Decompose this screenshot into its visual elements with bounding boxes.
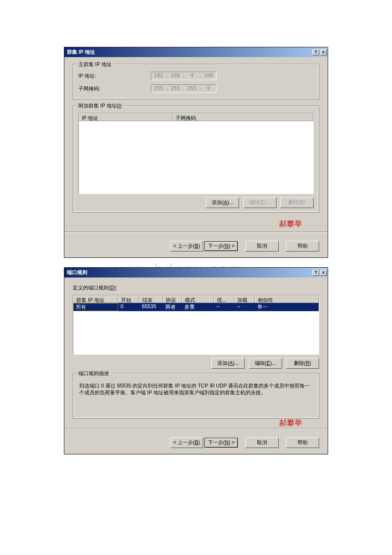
signature: 郝攀举 (73, 219, 319, 229)
delete-button[interactable]: 删除(R) (286, 358, 319, 369)
next-button[interactable]: 下一步(N) > (205, 241, 238, 251)
table-row[interactable]: 所有 0 65535 两者 多重 -- -- 单一 (73, 303, 319, 311)
dialog-title: 群集 IP 地址 (67, 49, 311, 56)
group-legend: 主群集 IP 地址 (77, 61, 113, 68)
close-icon[interactable]: × (320, 49, 327, 55)
col-mode[interactable]: 模式 (182, 295, 214, 303)
help-button[interactable]: 帮助 (286, 241, 319, 251)
col-mask[interactable]: 子网掩码 (173, 113, 313, 121)
next-button[interactable]: 下一步(N) > (205, 438, 238, 448)
add-button[interactable]: 添加(A)... (206, 197, 239, 208)
col-priority[interactable]: 优... (214, 295, 234, 303)
col-start[interactable]: 开始 (118, 295, 139, 303)
ip-label: IP 地址: (78, 72, 151, 80)
group-legend: 端口规则描述 (77, 370, 111, 377)
titlebar: 群集 IP 地址 ? × (64, 47, 328, 57)
delete-button[interactable]: 删除(R) (280, 197, 314, 208)
list-body[interactable]: 所有 0 65535 两者 多重 -- -- 单一 (73, 303, 319, 354)
subnet-mask-input: 255. 255. 255. 0 (151, 84, 216, 93)
col-end[interactable]: 结束 (139, 295, 163, 303)
cancel-button[interactable]: 取消 (245, 241, 279, 251)
main-cluster-ip-group: 主群集 IP 地址 IP 地址: 192. 168. 4. 100 子网掩码: … (73, 64, 319, 99)
col-affinity[interactable]: 相似性 (255, 295, 319, 303)
cluster-ip-dialog: 群集 IP 地址 ? × 主群集 IP 地址 IP 地址: 192. 168. … (64, 47, 328, 258)
additional-cluster-ip-group: 附加群集 IP 地址(I) IP 地址 子网掩码 添加(A)... 编辑(E).… (73, 105, 319, 213)
back-button[interactable]: < 上一步(B) (170, 437, 203, 448)
help-icon[interactable]: ? (312, 49, 319, 55)
mask-label: 子网掩码: (78, 85, 151, 92)
signature: 郝攀举 (73, 418, 319, 428)
ip-address-input: 192. 168. 4. 100 (151, 72, 216, 80)
edit-button[interactable]: 编辑(E)... (243, 197, 277, 208)
titlebar: 端口规则 ? × (64, 268, 328, 278)
description-text: 到达端口 0 通过 65535 的定向到任何群集 IP 地址的 TCP 和 UD… (78, 381, 314, 413)
help-icon[interactable]: ? (312, 270, 319, 276)
col-load[interactable]: 加载 (234, 295, 255, 303)
group-legend: 附加群集 IP 地址(I) (77, 102, 123, 110)
col-ip[interactable]: IP 地址 (79, 113, 173, 121)
dialog-title: 端口规则 (67, 269, 311, 276)
port-rules-label: 定义的端口规则(D): (73, 284, 319, 292)
additional-ip-list[interactable]: IP 地址 子网掩码 (78, 113, 314, 194)
back-button[interactable]: < 上一步(B) (170, 241, 203, 251)
help-button[interactable]: 帮助 (286, 437, 319, 448)
add-button[interactable]: 添加(A)... (211, 358, 245, 369)
cancel-button[interactable]: 取消 (245, 437, 279, 448)
port-rules-list[interactable]: 群集 IP 地址 开始 结束 协议 模式 优... 加载 相似性 所有 0 65… (73, 295, 319, 355)
list-body[interactable] (79, 121, 313, 194)
col-cluster-ip[interactable]: 群集 IP 地址 (73, 295, 118, 303)
col-protocol[interactable]: 协议 (163, 295, 182, 303)
port-rule-description-group: 端口规则描述 到达端口 0 通过 65535 的定向到任何群集 IP 地址的 T… (73, 373, 319, 419)
close-icon[interactable]: × (320, 270, 327, 276)
port-rules-dialog: 端口规则 ? × 定义的端口规则(D): 群集 IP 地址 开始 结束 协议 模… (64, 267, 328, 454)
edit-button[interactable]: 编辑(E)... (249, 358, 282, 369)
